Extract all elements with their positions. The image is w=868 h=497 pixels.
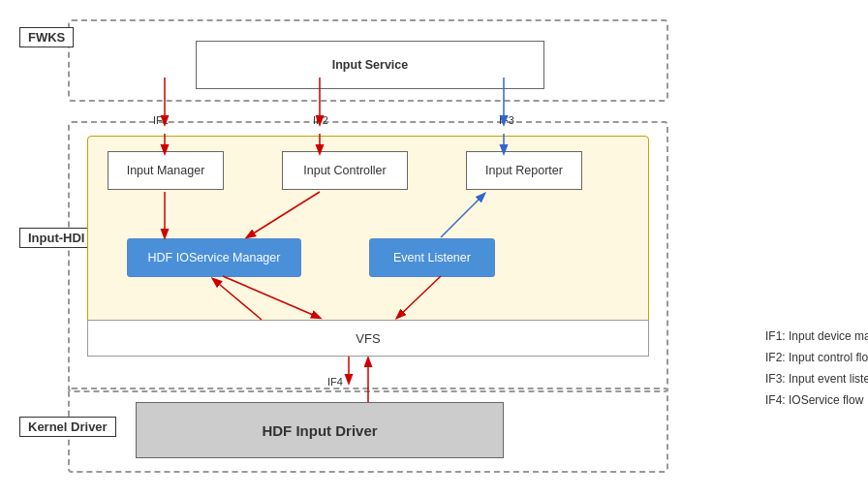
if4-text: IF4 [327, 376, 343, 388]
input-service-label: Input Service [332, 58, 409, 72]
input-service-box: Input Service [196, 41, 544, 89]
input-reporter-label: Input Reporter [485, 164, 563, 177]
event-listener-box: Event Listener [369, 238, 495, 277]
input-manager-label: Input Manager [127, 164, 205, 177]
if3-text: IF3 [499, 114, 514, 126]
if2-text: IF2 [313, 114, 328, 126]
legend-if2: IF2: Input control flow [765, 351, 868, 364]
kernel-label: Kernel Driver [19, 417, 116, 437]
if2-label: IF2 [313, 114, 328, 126]
event-listener-label: Event Listener [393, 251, 471, 264]
kernel-text: Kernel Driver [28, 419, 108, 434]
legend-if4: IF4: IOService flow [765, 393, 868, 407]
if1-text: IF1 [153, 114, 169, 126]
fwks-text: FWKS [28, 30, 65, 45]
input-reporter-box: Input Reporter [466, 151, 582, 190]
hdf-ioservice-box: HDF IOService Manager [127, 238, 301, 277]
if1-label: IF1 [153, 114, 169, 126]
legend-if4-text: IF4: IOService flow [765, 393, 863, 407]
legend-if1-text: IF1: Input device manager [765, 329, 868, 343]
input-manager-box: Input Manager [108, 151, 224, 190]
hdf-ioservice-label: HDF IOService Manager [148, 251, 281, 264]
legend-if3-text: IF3: Input event listener [765, 372, 868, 386]
if3-label: IF3 [499, 114, 514, 126]
legend: IF1: Input device manager IF2: Input con… [765, 329, 868, 415]
hdi-label: Input-HDI [19, 228, 93, 248]
input-controller-box: Input Controller [282, 151, 408, 190]
hdf-input-driver-box: HDF Input Driver [136, 402, 504, 458]
inner-yellow-area: Input Manager Input Controller Input Rep… [87, 136, 649, 339]
vfs-box: VFS [87, 320, 649, 357]
diagram-container: Input Service FWKS Input-HDI Input Manag… [10, 10, 746, 484]
hdf-input-driver-label: HDF Input Driver [262, 422, 377, 439]
if4-label: IF4 [327, 376, 343, 388]
fwks-layer: Input Service [68, 19, 668, 102]
legend-if1: IF1: Input device manager [765, 329, 868, 343]
fwks-label: FWKS [19, 27, 74, 47]
input-controller-label: Input Controller [303, 164, 386, 177]
vfs-label: VFS [356, 331, 380, 346]
legend-if3: IF3: Input event listener [765, 372, 868, 386]
legend-if2-text: IF2: Input control flow [765, 351, 868, 364]
hdi-text: Input-HDI [28, 231, 84, 245]
